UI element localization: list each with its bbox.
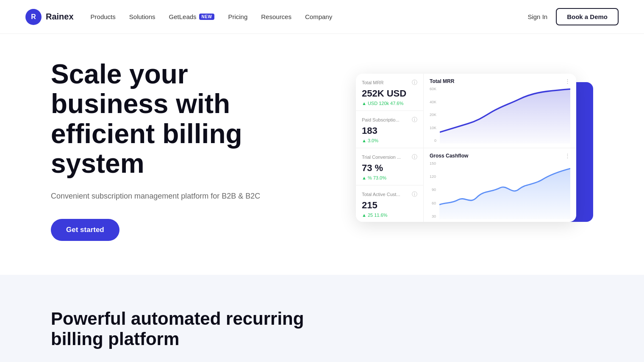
stat-customers-value: 215 [362, 200, 417, 211]
mrr-chart-menu-icon[interactable]: ⋮ [565, 78, 570, 84]
stat-trial-change: ▲ % 73.0% [362, 175, 417, 180]
stat-mrr-value: 252K USD [362, 88, 417, 99]
stat-subs-value: 183 [362, 125, 417, 136]
stat-mrr-change: ▲ USD 120k 47.6% [362, 101, 417, 106]
info-inner: Powerful automated recurring billing pla… [51, 309, 593, 362]
hero-section: Scale your business with efficient billi… [25, 34, 619, 275]
navbar: R Rainex Products Solutions GetLeads NEW… [0, 0, 644, 34]
hero-right: Total MRR ⓘ 252K USD ▲ USD 120k 47.6% To… [356, 74, 593, 226]
stat-trial-label: Trial Conversion ... ⓘ [362, 153, 417, 161]
nav-link-products[interactable]: Products [91, 13, 116, 20]
get-started-button[interactable]: Get started [51, 219, 119, 241]
dashboard-wrapper: Total MRR ⓘ 252K USD ▲ USD 120k 47.6% To… [356, 74, 593, 226]
info-icon-customers[interactable]: ⓘ [412, 191, 417, 198]
hero-left: Scale your business with efficient billi… [51, 59, 305, 241]
stat-customers-change: ▲ 25 11.6% [362, 213, 417, 218]
info-icon-mrr[interactable]: ⓘ [412, 79, 417, 86]
nav-link-pricing[interactable]: Pricing [228, 13, 247, 20]
stat-total-mrr: Total MRR ⓘ 252K USD ▲ USD 120k 47.6% [356, 74, 424, 111]
nav-left: R Rainex Products Solutions GetLeads NEW… [25, 9, 332, 25]
stat-trial-conversion: Trial Conversion ... ⓘ 73 % ▲ % 73.0% [356, 148, 424, 185]
logo[interactable]: R Rainex [25, 9, 74, 25]
stat-subs-label: Paid Subscriptio... ⓘ [362, 116, 417, 124]
mrr-chart-svg [440, 87, 570, 144]
sign-in-link[interactable]: Sign In [527, 13, 547, 20]
cashflow-chart-title: Gross Cashflow [430, 153, 468, 159]
stat-active-customers: Total Active Cust... ⓘ 215 ▲ 25 11.6% [356, 185, 424, 222]
stat-customers-label: Total Active Cust... ⓘ [362, 191, 417, 198]
logo-icon: R [25, 9, 42, 25]
hero-subtitle: Convenient subscription management platf… [51, 191, 305, 202]
nav-links: Products Solutions GetLeads NEW Pricing … [91, 13, 333, 20]
logo-text: Rainex [46, 12, 74, 22]
dashboard-front-card: Total MRR ⓘ 252K USD ▲ USD 120k 47.6% To… [356, 74, 576, 222]
info-title: Powerful automated recurring billing pla… [51, 309, 347, 349]
nav-link-solutions[interactable]: Solutions [129, 13, 155, 20]
cashflow-chart-menu-icon[interactable]: ⋮ [565, 152, 570, 159]
new-badge: NEW [199, 14, 215, 20]
nav-right: Sign In Book a Demo [527, 8, 619, 25]
mrr-chart-panel: Total MRR ⋮ 60K40K20K10K0 [424, 74, 576, 148]
stat-trial-value: 73 % [362, 163, 417, 174]
stat-mrr-label: Total MRR ⓘ [362, 79, 417, 86]
hero-title: Scale your business with efficient billi… [51, 59, 305, 179]
stat-subs-change: ▲ 3.0% [362, 138, 417, 143]
stat-paid-subs: Paid Subscriptio... ⓘ 183 ▲ 3.0% [356, 111, 424, 148]
cashflow-chart-panel: Gross Cashflow ⋮ 150120906030 [424, 148, 576, 222]
info-icon-subs[interactable]: ⓘ [412, 116, 417, 124]
book-demo-button[interactable]: Book a Demo [556, 8, 619, 25]
nav-link-resources[interactable]: Resources [261, 13, 291, 20]
mrr-chart-title: Total MRR [430, 78, 454, 84]
nav-link-getleads[interactable]: GetLeads [169, 13, 197, 20]
nav-link-company[interactable]: Company [305, 13, 332, 20]
nav-link-getleads-wrap[interactable]: GetLeads NEW [169, 13, 215, 20]
cashflow-chart-svg [439, 161, 570, 219]
info-section: Powerful automated recurring billing pla… [0, 275, 644, 362]
info-icon-trial[interactable]: ⓘ [412, 153, 417, 161]
